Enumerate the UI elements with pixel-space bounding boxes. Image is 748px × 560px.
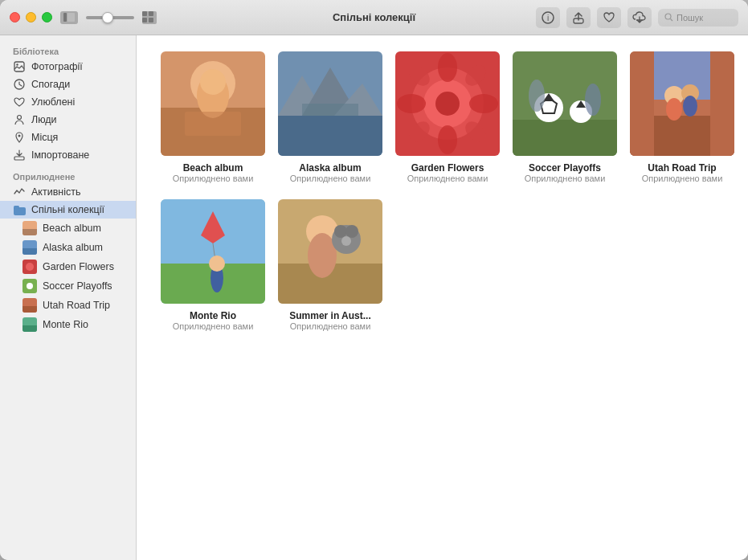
svg-rect-37 xyxy=(185,112,241,136)
svg-rect-43 xyxy=(302,104,358,116)
svg-point-86 xyxy=(334,225,347,238)
heart-button[interactable] xyxy=(597,7,621,28)
garden-flowers-name: Garden Flowers xyxy=(411,162,484,174)
sidebar-label-garden-flowers: Garden Flowers xyxy=(43,261,114,272)
sidebar-item-imported[interactable]: Імпортоване xyxy=(0,146,136,164)
svg-text:i: i xyxy=(547,14,549,22)
sidebar-label-activity: Активність xyxy=(31,186,80,198)
minimize-button[interactable] xyxy=(26,12,36,22)
shared-collections-icon xyxy=(13,203,26,216)
sidebar-label-alaska-album: Alaska album xyxy=(43,242,103,253)
svg-rect-39 xyxy=(278,116,382,156)
size-slider[interactable] xyxy=(86,16,134,19)
albums-grid: Beach album Оприлюднено вами xyxy=(161,51,724,331)
app-window: Спільні колекції i xyxy=(0,0,748,560)
svg-point-51 xyxy=(469,94,498,113)
beach-album-photo xyxy=(161,51,265,156)
garden-flowers-sub: Оприлюднено вами xyxy=(407,174,488,183)
beach-album-thumb xyxy=(22,221,37,235)
svg-rect-21 xyxy=(22,229,37,235)
summer-aust-photo xyxy=(278,199,382,304)
sidebar-toggle-button[interactable] xyxy=(60,11,78,24)
soccer-playoffs-thumb xyxy=(22,279,37,293)
sidebar-label-shared-collections: Спільні колекції xyxy=(31,204,104,215)
svg-point-47 xyxy=(435,92,460,116)
svg-point-27 xyxy=(27,283,33,289)
maximize-button[interactable] xyxy=(42,12,52,22)
utah-road-trip-name: Utah Road Trip xyxy=(648,162,716,174)
monte-rio-thumb xyxy=(22,317,37,332)
svg-rect-16 xyxy=(14,157,24,160)
svg-point-12 xyxy=(16,63,18,65)
sidebar-subitem-garden-flowers[interactable]: Garden Flowers xyxy=(0,257,136,276)
summer-aust-name: Summer in Aust... xyxy=(289,310,371,321)
sidebar-item-activity[interactable]: Активність xyxy=(0,183,136,201)
sidebar-label-utah-road-trip: Utah Road Trip xyxy=(43,300,110,311)
svg-point-50 xyxy=(397,94,426,113)
sidebar-label-beach-album: Beach album xyxy=(43,223,101,234)
grid-view-button[interactable] xyxy=(142,11,157,24)
svg-point-36 xyxy=(200,69,226,95)
sidebar-label-memories: Спогади xyxy=(31,79,70,90)
sidebar-subitem-soccer-playoffs[interactable]: Soccer Playoffs xyxy=(0,276,136,296)
titlebar-controls xyxy=(60,11,157,24)
utah-road-trip-sub: Оприлюднено вами xyxy=(642,174,723,183)
svg-rect-0 xyxy=(63,13,67,22)
album-item-monte-rio[interactable]: Monte Rio Оприлюднено вами xyxy=(161,199,265,331)
sidebar-label-favorites: Улюблені xyxy=(31,96,75,108)
svg-point-15 xyxy=(18,135,21,137)
share-button[interactable] xyxy=(566,7,591,28)
svg-rect-23 xyxy=(22,248,37,255)
svg-point-71 xyxy=(666,98,682,121)
sidebar-item-favorites[interactable]: Улюблені xyxy=(0,93,136,111)
soccer-playoffs-sub: Оприлюднено вами xyxy=(525,174,606,183)
search-box[interactable]: Пошук xyxy=(658,9,738,27)
sidebar-label-people: Люди xyxy=(31,114,57,125)
album-item-flowers[interactable]: Garden Flowers Оприлюднено вами xyxy=(395,51,500,183)
sidebar-item-photos[interactable]: Фотографії xyxy=(0,58,136,76)
shared-header: Оприлюднене xyxy=(0,169,136,183)
svg-rect-4 xyxy=(142,18,147,22)
titlebar: Спільні колекції i xyxy=(0,0,748,35)
svg-point-9 xyxy=(665,14,671,19)
utah-road-trip-thumb xyxy=(22,298,37,313)
info-button[interactable]: i xyxy=(536,7,560,28)
album-item-utah[interactable]: Utah Road Trip Оприлюднено вами xyxy=(630,51,734,183)
sidebar-label-places: Місця xyxy=(31,132,58,143)
monte-rio-name: Monte Rio xyxy=(190,310,236,321)
album-item-soccer[interactable]: Soccer Playoffs Оприлюднено вами xyxy=(513,51,617,183)
sidebar-subitem-alaska-album[interactable]: Alaska album xyxy=(0,238,136,257)
sidebar-item-shared-collections[interactable]: Спільні колекції xyxy=(0,201,136,219)
svg-rect-67 xyxy=(630,51,654,156)
svg-point-63 xyxy=(529,80,545,112)
sidebar-subitem-monte-rio[interactable]: Monte Rio xyxy=(0,315,136,334)
album-item-summer[interactable]: Summer in Aust... Оприлюднено вами xyxy=(278,199,382,331)
album-item-alaska[interactable]: Alaska album Оприлюднено вами xyxy=(278,51,382,183)
cloud-share-button[interactable] xyxy=(627,7,652,28)
svg-point-48 xyxy=(438,53,457,82)
traffic-lights xyxy=(10,12,52,22)
close-button[interactable] xyxy=(10,12,20,22)
sidebar-subitem-beach-album[interactable]: Beach album xyxy=(0,219,136,238)
sidebar-label-monte-rio: Monte Rio xyxy=(43,319,88,330)
titlebar-right: i xyxy=(536,7,738,28)
sidebar-item-memories[interactable]: Спогади xyxy=(0,76,136,93)
svg-point-87 xyxy=(345,225,358,238)
sidebar-item-people[interactable]: Люди xyxy=(0,111,136,129)
utah-road-trip-photo xyxy=(630,51,734,156)
beach-album-sub: Оприлюднено вами xyxy=(173,174,254,183)
soccer-playoffs-photo xyxy=(513,51,617,156)
svg-line-10 xyxy=(671,19,673,22)
places-icon xyxy=(13,131,26,144)
garden-flowers-thumb xyxy=(22,260,37,274)
soccer-playoffs-name: Soccer Playoffs xyxy=(529,162,601,174)
svg-point-80 xyxy=(209,255,225,272)
svg-point-73 xyxy=(683,96,697,116)
library-header: Бібліотека xyxy=(0,43,136,58)
sidebar-item-places[interactable]: Місця xyxy=(0,129,136,146)
album-item-beach[interactable]: Beach album Оприлюднено вами xyxy=(161,51,265,183)
imported-icon xyxy=(13,149,26,161)
svg-rect-19 xyxy=(14,206,19,209)
sidebar-subitem-utah-road-trip[interactable]: Utah Road Trip xyxy=(0,296,136,315)
svg-point-64 xyxy=(585,84,601,116)
